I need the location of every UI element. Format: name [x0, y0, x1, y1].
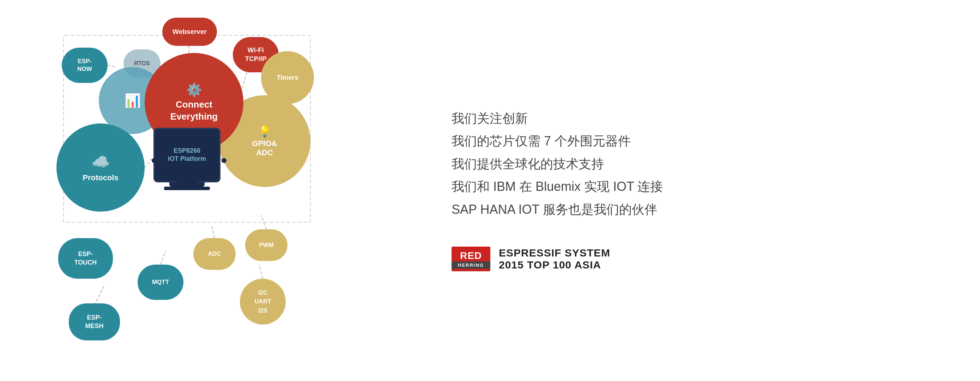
rtos-label: RTOS	[134, 60, 150, 67]
text-area: 我们关注创新 我们的芯片仅需 7 个外围元器件 我们提供全球化的技术支持 我们和…	[416, 110, 952, 271]
webserver-bubble: Webserver	[162, 18, 217, 46]
pwm-label: PWM	[259, 242, 274, 249]
adc-bubble: ADC	[193, 238, 235, 270]
rh-herring-text: HERRING	[452, 261, 490, 269]
bulb-icon: 💡	[258, 125, 271, 137]
feature-item-4: 我们和 IBM 在 Bluemix 实现 IOT 连接	[452, 178, 952, 195]
svg-line-4	[108, 65, 116, 67]
feature-list: 我们关注创新 我们的芯片仅需 7 个外围元器件 我们提供全球化的技术支持 我们和…	[452, 110, 952, 218]
i2c-bubble: I2CUARTI2S	[240, 279, 286, 325]
feature-item-1: 我们关注创新	[452, 110, 952, 128]
award-line2: 2015 TOP 100 ASIA	[499, 259, 610, 271]
svg-line-13	[259, 265, 263, 279]
feature-item-3: 我们提供全球化的技术支持	[452, 155, 952, 173]
monitor-body: ESP8266 IOT Platform	[153, 128, 221, 182]
svg-line-9	[95, 286, 104, 305]
rh-red-text: RED	[452, 249, 490, 261]
diagram-area: Webserver Wi-Fi TCP/IP ESP-NOW RTOS 📊 ⚙️…	[28, 18, 416, 363]
pwm-bubble: PWM	[245, 229, 288, 261]
espnow-label: ESP-NOW	[77, 57, 92, 73]
award-line1: ESPRESSIF SYSTEM	[499, 247, 610, 259]
gear-icon: ⚙️	[186, 82, 202, 97]
svg-line-12	[261, 215, 266, 229]
esptouch-bubble: ESP-TOUCH	[58, 238, 113, 279]
main-container: Webserver Wi-Fi TCP/IP ESP-NOW RTOS 📊 ⚙️…	[0, 0, 980, 381]
feature-item-5: SAP HANA IOT 服务也是我们的伙伴	[452, 201, 952, 218]
i2c-label: I2CUARTI2S	[255, 288, 271, 316]
espnow-bubble: ESP-NOW	[62, 48, 108, 83]
red-herring-badge: RED HERRING	[452, 247, 490, 271]
gpio-label: GPIO&ADC	[252, 139, 277, 157]
espmesh-bubble: ESP-MESH	[69, 303, 120, 340]
connect-label: ConnectEverything	[170, 99, 218, 123]
chart-icon: 📊	[124, 93, 141, 108]
left-connector-dot	[152, 158, 157, 163]
monitor-text: ESP8266 IOT Platform	[168, 147, 206, 163]
webserver-label: Webserver	[172, 28, 207, 36]
mqtt-label: MQTT	[152, 279, 169, 286]
award-text: ESPRESSIF SYSTEM 2015 TOP 100 ASIA	[499, 247, 610, 271]
award-section: RED HERRING ESPRESSIF SYSTEM 2015 TOP 10…	[452, 247, 952, 271]
wifi-label: Wi-Fi TCP/IP	[245, 46, 266, 63]
feature-item-2: 我们的芯片仅需 7 个外围元器件	[452, 132, 952, 150]
adc-label: ADC	[208, 250, 221, 258]
esptouch-label: ESP-TOUCH	[75, 250, 97, 267]
cloud-icon: ☁️	[91, 153, 110, 171]
protocols-bubble: ☁️ Protocols	[56, 123, 145, 212]
svg-line-10	[161, 250, 166, 265]
esp8266-platform: ESP8266 IOT Platform	[148, 123, 226, 194]
protocols-label: Protocols	[83, 173, 118, 182]
right-connector-dot	[221, 158, 226, 163]
timers-label: Timers	[277, 74, 298, 81]
espmesh-label: ESP-MESH	[85, 314, 103, 330]
svg-line-11	[212, 226, 215, 238]
mqtt-bubble: MQTT	[138, 265, 183, 300]
